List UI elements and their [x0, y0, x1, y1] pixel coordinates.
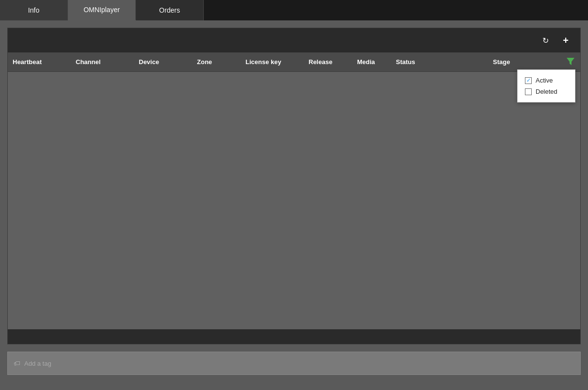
filter-popup: Active Deleted [517, 69, 575, 102]
tab-info[interactable]: Info [0, 0, 68, 20]
col-header-licensekey: License key [245, 58, 309, 66]
tab-omniplayer[interactable]: OMNIplayer [68, 0, 136, 20]
tag-icon: 🏷 [14, 359, 20, 367]
col-header-heartbeat: Heartbeat [13, 58, 76, 66]
filter-option-deleted[interactable]: Deleted [525, 86, 568, 97]
toolbar: ↻ + [8, 28, 580, 52]
col-header-zone: Zone [197, 58, 245, 66]
tab-bar: Info OMNIplayer Orders [0, 0, 588, 20]
tab-info-label: Info [28, 6, 39, 14]
filter-button[interactable] [566, 56, 575, 68]
main-content: ↻ + Heartbeat Channel Device Zone Licens… [7, 28, 581, 344]
tag-input-area: 🏷 [7, 352, 581, 375]
tab-omniplayer-label: OMNIplayer [83, 6, 120, 14]
col-header-channel: Channel [76, 58, 139, 66]
filter-checkbox-deleted[interactable] [525, 88, 532, 95]
filter-label-active: Active [536, 77, 553, 84]
svg-marker-0 [567, 58, 574, 65]
refresh-button[interactable]: ↻ [538, 33, 553, 48]
filter-label-deleted: Deleted [536, 88, 557, 95]
table-header: Heartbeat Channel Device Zone License ke… [8, 52, 580, 72]
filter-icon [566, 56, 575, 66]
filter-checkbox-active[interactable] [525, 77, 532, 84]
bottom-bar [8, 329, 580, 344]
tag-input[interactable] [24, 360, 574, 367]
tab-orders[interactable]: Orders [136, 0, 204, 20]
col-header-release: Release [309, 58, 357, 66]
col-header-status: Status [396, 58, 493, 66]
table-header-wrapper: Heartbeat Channel Device Zone License ke… [8, 52, 580, 72]
refresh-icon: ↻ [542, 36, 549, 45]
tab-orders-label: Orders [159, 6, 180, 14]
add-button[interactable]: + [558, 33, 573, 48]
add-icon: + [563, 35, 569, 46]
col-header-stage: Stage [493, 58, 575, 66]
col-header-device: Device [139, 58, 197, 66]
col-header-media: Media [357, 58, 396, 66]
filter-option-active[interactable]: Active [525, 75, 568, 86]
table-body [8, 72, 580, 329]
